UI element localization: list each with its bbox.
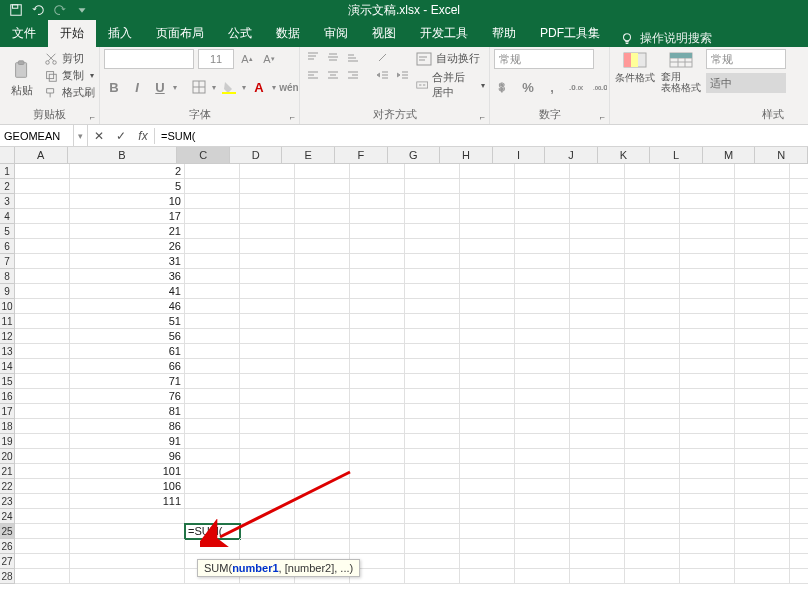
cell[interactable]	[570, 269, 625, 284]
cell[interactable]	[570, 569, 625, 584]
cell[interactable]	[570, 194, 625, 209]
cell[interactable]	[625, 389, 680, 404]
cell[interactable]	[15, 389, 70, 404]
col-header-J[interactable]: J	[545, 147, 598, 163]
cell[interactable]	[680, 329, 735, 344]
cell[interactable]	[295, 449, 350, 464]
cell[interactable]	[570, 434, 625, 449]
cell[interactable]	[240, 404, 295, 419]
cell[interactable]	[680, 164, 735, 179]
dialog-launcher-icon[interactable]: ⌐	[600, 112, 605, 122]
cell[interactable]	[185, 344, 240, 359]
cell[interactable]	[460, 479, 515, 494]
cell[interactable]	[405, 509, 460, 524]
cell[interactable]	[735, 194, 790, 209]
cell[interactable]: 46	[70, 299, 185, 314]
cell[interactable]	[515, 449, 570, 464]
increase-indent-icon[interactable]	[394, 67, 412, 83]
cell[interactable]	[350, 494, 405, 509]
cell[interactable]	[735, 269, 790, 284]
cell[interactable]	[515, 389, 570, 404]
qat-dropdown-icon[interactable]	[72, 1, 92, 19]
cell[interactable]	[460, 359, 515, 374]
cell[interactable]	[350, 299, 405, 314]
cell[interactable]	[460, 314, 515, 329]
row-header-5[interactable]: 5	[0, 224, 14, 239]
enter-icon[interactable]: ✓	[110, 125, 132, 147]
cell[interactable]	[185, 254, 240, 269]
cell[interactable]	[460, 284, 515, 299]
cancel-icon[interactable]: ✕	[88, 125, 110, 147]
col-header-L[interactable]: L	[650, 147, 703, 163]
cell[interactable]	[350, 239, 405, 254]
cell[interactable]	[350, 329, 405, 344]
cell[interactable]	[625, 194, 680, 209]
border-icon[interactable]	[189, 77, 209, 97]
cell[interactable]	[405, 464, 460, 479]
cell[interactable]	[15, 404, 70, 419]
cell[interactable]	[625, 494, 680, 509]
cell[interactable]	[625, 524, 680, 539]
cell[interactable]	[350, 404, 405, 419]
cell[interactable]	[185, 179, 240, 194]
cell[interactable]	[15, 329, 70, 344]
cell[interactable]	[15, 554, 70, 569]
cell[interactable]	[295, 479, 350, 494]
cell[interactable]	[15, 464, 70, 479]
cell[interactable]	[735, 479, 790, 494]
cell[interactable]	[735, 524, 790, 539]
cell[interactable]	[460, 539, 515, 554]
cell[interactable]	[515, 479, 570, 494]
cell[interactable]	[570, 494, 625, 509]
cell[interactable]	[240, 254, 295, 269]
cell[interactable]	[295, 389, 350, 404]
cell[interactable]	[405, 539, 460, 554]
row-header-28[interactable]: 28	[0, 569, 14, 584]
cell[interactable]	[680, 404, 735, 419]
cell[interactable]	[240, 239, 295, 254]
cell[interactable]	[460, 299, 515, 314]
number-format-dropdown[interactable]: 常规	[494, 49, 594, 69]
cell[interactable]	[680, 224, 735, 239]
cell[interactable]	[240, 344, 295, 359]
cell[interactable]: 81	[70, 404, 185, 419]
orientation-icon[interactable]	[374, 49, 392, 65]
cell[interactable]	[570, 164, 625, 179]
cell[interactable]	[15, 209, 70, 224]
cell[interactable]	[790, 224, 808, 239]
cell[interactable]	[790, 404, 808, 419]
cell[interactable]	[295, 254, 350, 269]
format-painter-button[interactable]: 格式刷	[44, 85, 95, 100]
cell[interactable]	[15, 269, 70, 284]
cell[interactable]	[515, 539, 570, 554]
cell[interactable]	[350, 314, 405, 329]
cell[interactable]	[405, 434, 460, 449]
cell[interactable]	[570, 299, 625, 314]
cell[interactable]	[240, 299, 295, 314]
cell[interactable]	[240, 449, 295, 464]
copy-button[interactable]: 复制▾	[44, 68, 95, 83]
cell[interactable]	[405, 344, 460, 359]
cell[interactable]	[405, 254, 460, 269]
row-header-7[interactable]: 7	[0, 254, 14, 269]
cell[interactable]	[185, 239, 240, 254]
cell[interactable]	[515, 194, 570, 209]
increase-font-icon[interactable]: A▴	[238, 50, 256, 68]
cell[interactable]	[735, 239, 790, 254]
cell[interactable]	[790, 434, 808, 449]
cell[interactable]	[295, 269, 350, 284]
cell[interactable]	[515, 509, 570, 524]
cell[interactable]: 91	[70, 434, 185, 449]
cell[interactable]	[570, 554, 625, 569]
cell[interactable]	[570, 419, 625, 434]
cell[interactable]	[735, 299, 790, 314]
cell[interactable]	[185, 494, 240, 509]
increase-decimal-icon[interactable]: .0.00	[566, 77, 586, 97]
cell[interactable]	[735, 554, 790, 569]
cell[interactable]	[790, 299, 808, 314]
paste-button[interactable]: 粘贴	[4, 49, 40, 107]
cell[interactable]	[15, 509, 70, 524]
italic-button[interactable]: I	[127, 77, 147, 97]
cell[interactable]	[460, 239, 515, 254]
cell[interactable]	[15, 569, 70, 584]
